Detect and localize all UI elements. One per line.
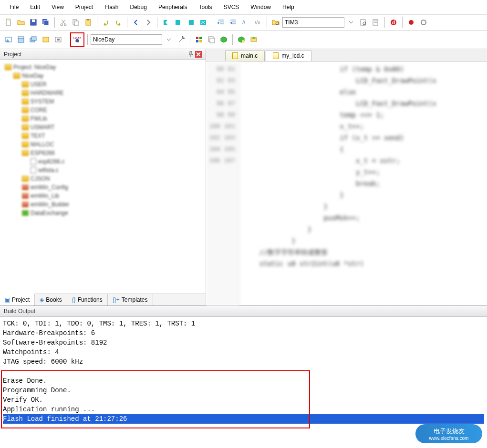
- svg-text://x: //x: [255, 20, 260, 25]
- proj-icon: [5, 64, 11, 70]
- file-icon: [273, 52, 279, 59]
- download-button[interactable]: LOAD: [72, 34, 83, 45]
- options-button[interactable]: [176, 34, 187, 45]
- tree-item[interactable]: CJSON: [3, 174, 203, 183]
- tree-item[interactable]: wifista.c: [3, 166, 203, 174]
- tree-label: emWin_Builder: [31, 201, 69, 208]
- tree-item[interactable]: USER: [3, 80, 203, 89]
- nav-back-button[interactable]: [130, 17, 142, 28]
- undo-button[interactable]: [100, 17, 112, 28]
- code-content[interactable]: if (temp & 0x80) LCD_Fast_DrawPoint(x el…: [239, 61, 487, 305]
- config-button[interactable]: [370, 17, 382, 28]
- menu-window[interactable]: Window: [245, 2, 277, 12]
- pin-icon[interactable]: [187, 51, 194, 58]
- menu-debug[interactable]: Debug: [124, 2, 153, 12]
- pack2-button[interactable]: [236, 34, 247, 45]
- project-tree[interactable]: Project: NiceDayNiceDayUSERHARDWARESYSTE…: [0, 60, 206, 294]
- build-line: Software-Breakpoints: 8192: [3, 338, 484, 347]
- tree-item[interactable]: MALLOC: [3, 140, 203, 149]
- panel-tab-project[interactable]: ▣ Project: [0, 294, 35, 305]
- tree-label: FWLib: [31, 115, 47, 122]
- config-select[interactable]: [91, 34, 162, 45]
- file-icon: [31, 158, 36, 165]
- build-button[interactable]: [15, 34, 27, 45]
- tree-item[interactable]: SYSTEM: [3, 97, 203, 106]
- tree-item[interactable]: Project: NiceDay: [3, 63, 203, 71]
- tree-item[interactable]: CORE: [3, 106, 203, 114]
- pack3-button[interactable]: [248, 34, 259, 45]
- open-button[interactable]: [15, 17, 27, 28]
- menu-tools[interactable]: Tools: [193, 2, 218, 12]
- tree-item[interactable]: NiceDay: [3, 71, 203, 80]
- rebuild-button[interactable]: [28, 34, 39, 45]
- translate-button[interactable]: [3, 34, 14, 45]
- menu-svcs[interactable]: SVCS: [218, 2, 245, 12]
- bookmark-next-button[interactable]: [185, 17, 197, 28]
- save-all-button[interactable]: [40, 17, 52, 28]
- load-button-highlight: LOAD: [70, 32, 84, 47]
- editor-tab[interactable]: my_lcd.c: [266, 50, 311, 61]
- tree-item[interactable]: emWin_Config: [3, 183, 203, 192]
- tree-item[interactable]: emWin_Builder: [3, 200, 203, 209]
- redo-button[interactable]: [113, 17, 124, 28]
- tree-item[interactable]: ESP8266: [3, 149, 203, 157]
- manage2-button[interactable]: [206, 34, 217, 45]
- svg-rect-32: [57, 39, 60, 41]
- folder-icon: [22, 133, 29, 139]
- svg-rect-9: [74, 21, 78, 26]
- stop-build-button[interactable]: [52, 34, 64, 45]
- config-dropdown-button[interactable]: [163, 34, 175, 45]
- outdent-button[interactable]: [228, 17, 239, 28]
- find-button[interactable]: [270, 17, 281, 28]
- build-output[interactable]: TCK: 0, TDI: 1, TDO: 0, TMS: 1, TRES: 1,…: [0, 317, 487, 432]
- breakpoint-disable-button[interactable]: [418, 17, 429, 28]
- comment-button[interactable]: //: [240, 17, 251, 28]
- paste-button[interactable]: [83, 17, 94, 28]
- panel-tab-functions[interactable]: {} Functions: [67, 294, 108, 305]
- code-editor[interactable]: 90 91 92 93 94 95 96 97 98 99 100 101 10…: [206, 61, 487, 305]
- cut-button[interactable]: [58, 17, 69, 28]
- menu-edit[interactable]: Edit: [24, 2, 46, 12]
- menu-file[interactable]: File: [4, 2, 24, 12]
- tree-label: TEXT: [31, 132, 45, 139]
- tree-item[interactable]: USMART: [3, 123, 203, 132]
- panel-tab-books[interactable]: ◈ Books: [35, 294, 67, 305]
- menu-project[interactable]: Project: [70, 2, 99, 12]
- project-panel-title: Project: [4, 51, 21, 58]
- folder-icon: [22, 99, 29, 104]
- panel-tab-templates[interactable]: {}+ Templates: [108, 294, 153, 305]
- tree-item[interactable]: emWin_Lib: [3, 192, 203, 200]
- pack-button[interactable]: [218, 34, 229, 45]
- tree-item[interactable]: TEXT: [3, 132, 203, 140]
- build-line: TCK: 0, TDI: 1, TDO: 0, TMS: 1, TRES: 1,…: [3, 319, 484, 328]
- tree-item[interactable]: esp8266.c: [3, 157, 203, 166]
- menu-flash[interactable]: Flash: [99, 2, 124, 12]
- tree-item[interactable]: FWLib: [3, 114, 203, 123]
- indent-button[interactable]: [215, 17, 227, 28]
- line-gutter: 90 91 92 93 94 95 96 97 98 99 100 101 10…: [206, 61, 239, 305]
- close-panel-icon[interactable]: [195, 51, 202, 58]
- target-dropdown-button[interactable]: [345, 17, 357, 28]
- tree-item[interactable]: HARDWARE: [3, 89, 203, 97]
- bookmark-clear-button[interactable]: [197, 17, 209, 28]
- new-file-button[interactable]: [3, 17, 14, 28]
- bookmark-prev-button[interactable]: [173, 17, 184, 28]
- batch-build-button[interactable]: [40, 34, 52, 45]
- green-icon: [22, 210, 29, 216]
- tree-label: esp8266.c: [38, 158, 64, 165]
- manage-button[interactable]: [193, 34, 205, 45]
- bookmark-button[interactable]: [160, 17, 172, 28]
- menu-peripherals[interactable]: Peripherals: [153, 2, 193, 12]
- copy-button[interactable]: [70, 17, 82, 28]
- target-select[interactable]: [282, 17, 344, 28]
- save-button[interactable]: [28, 17, 39, 28]
- debug-button[interactable]: d: [388, 17, 399, 28]
- search-button[interactable]: [358, 17, 369, 28]
- breakpoint-button[interactable]: [405, 17, 417, 28]
- uncomment-button[interactable]: //x: [252, 17, 264, 28]
- nav-forward-button[interactable]: [143, 17, 154, 28]
- menu-view[interactable]: View: [46, 2, 70, 12]
- editor-tab[interactable]: main.c: [225, 50, 265, 61]
- tree-item[interactable]: DataExchange: [3, 209, 203, 217]
- menu-help[interactable]: Help: [277, 2, 300, 12]
